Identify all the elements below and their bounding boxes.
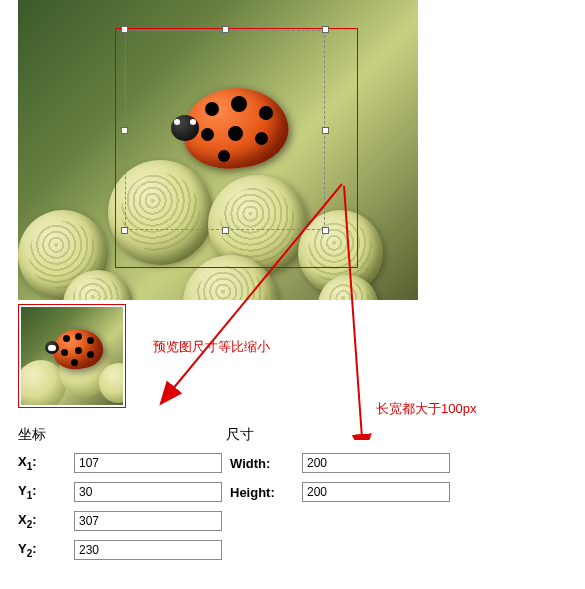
width-label: Width:: [230, 456, 302, 471]
preview-note-label: 预览图尺寸等比缩小: [153, 338, 270, 356]
size-note-label: 长宽都大于100px: [376, 400, 476, 418]
crop-handle-ne[interactable]: [322, 26, 329, 33]
size-header: 尺寸: [226, 426, 254, 444]
width-input[interactable]: [302, 453, 450, 473]
preview-thumbnail-box: [18, 304, 126, 408]
crop-handle-w[interactable]: [121, 127, 128, 134]
y2-input[interactable]: [74, 540, 222, 560]
crop-handle-se[interactable]: [322, 227, 329, 234]
x1-label: X1:: [18, 454, 74, 472]
x1-input[interactable]: [74, 453, 222, 473]
crop-handle-n[interactable]: [222, 26, 229, 33]
y1-input[interactable]: [74, 482, 222, 502]
crop-selection[interactable]: [125, 30, 325, 230]
crop-handle-sw[interactable]: [121, 227, 128, 234]
y1-label: Y1:: [18, 483, 74, 501]
y2-label: Y2:: [18, 541, 74, 559]
main-image-container: [18, 0, 418, 300]
crop-handle-nw[interactable]: [121, 26, 128, 33]
height-label: Height:: [230, 485, 302, 500]
crop-handle-e[interactable]: [322, 127, 329, 134]
coord-header: 坐标: [18, 426, 226, 444]
x2-label: X2:: [18, 512, 74, 530]
x2-input[interactable]: [74, 511, 222, 531]
preview-thumbnail: [21, 307, 123, 405]
coordinates-form: 坐标 尺寸 X1: Width: Y1: Height: X2: Y2:: [18, 426, 518, 560]
crop-handle-s[interactable]: [222, 227, 229, 234]
height-input[interactable]: [302, 482, 450, 502]
